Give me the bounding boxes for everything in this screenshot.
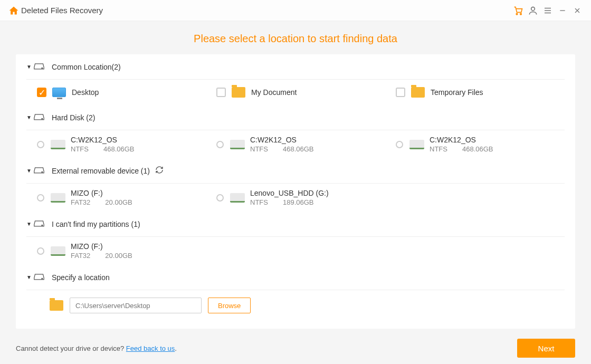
drive-fs: NTFS — [250, 145, 268, 153]
drive-name: MIZO (F:) — [71, 189, 132, 197]
path-input[interactable] — [70, 298, 202, 313]
drive-icon — [34, 112, 46, 123]
home-icon[interactable] — [6, 3, 21, 18]
svg-point-1 — [520, 13, 522, 14]
drive-item[interactable]: Lenovo_USB_HDD (G:) NTFS189.06GB — [216, 189, 385, 206]
drive-item[interactable]: MIZO (F:) FAT3220.00GB — [37, 189, 206, 206]
checkbox[interactable] — [396, 88, 405, 97]
svg-point-4 — [42, 118, 43, 119]
section-label: I can't find my partitions (1) — [52, 220, 140, 228]
drive-icon — [34, 62, 46, 72]
drive-fs: FAT32 — [71, 198, 90, 206]
drive-item[interactable]: C:W2K12_OS NTFS468.06GB — [216, 136, 385, 153]
window-title: Deleted Files Recovery — [21, 6, 103, 15]
drive-size: 20.00GB — [105, 198, 132, 206]
radio[interactable] — [216, 141, 224, 148]
svg-point-2 — [531, 7, 535, 11]
item-label: My Document — [251, 88, 297, 97]
drive-name: MIZO (F:) — [71, 242, 132, 251]
section-specify[interactable]: ▼ Specify a location — [26, 265, 565, 290]
hdd-icon — [51, 190, 65, 205]
drive-fs: NTFS — [71, 145, 89, 153]
cant-find-items: MIZO (F:) FAT3220.00GB — [26, 237, 565, 265]
footer: Cannot detect your drive or device? Feed… — [0, 332, 591, 364]
section-label: Specify a location — [52, 273, 110, 282]
radio[interactable] — [216, 194, 224, 202]
section-label: External removable device (1) — [52, 167, 150, 175]
drive-fs: NTFS — [430, 145, 447, 153]
chevron-down-icon: ▼ — [26, 274, 34, 280]
drive-size: 468.06GB — [462, 145, 493, 153]
checkbox[interactable]: ✓ — [37, 88, 46, 97]
section-label: Hard Disk (2) — [52, 113, 95, 122]
section-common-location[interactable]: ▼ Common Location(2) — [26, 54, 565, 80]
drive-icon — [34, 272, 46, 283]
section-hard-disk[interactable]: ▼ Hard Disk (2) — [26, 105, 565, 130]
drive-size: 468.06GB — [103, 145, 135, 153]
drive-fs: FAT32 — [71, 252, 90, 260]
specify-row: Browse — [26, 290, 565, 321]
chevron-down-icon: ▼ — [26, 114, 34, 120]
close-icon[interactable] — [570, 3, 585, 18]
item-label: Desktop — [72, 88, 99, 97]
location-panel: ▼ Common Location(2) ✓ Desktop My Docume… — [16, 54, 575, 329]
drive-fs: NTFS — [250, 198, 268, 206]
page-subtitle: Please select a location to start findin… — [0, 21, 591, 54]
folder-icon — [231, 85, 246, 100]
svg-point-7 — [42, 278, 43, 279]
footer-prefix: Cannot detect your drive or device? — [16, 344, 126, 352]
drive-icon — [34, 219, 46, 229]
item-label: Temporary Files — [431, 88, 483, 97]
radio[interactable] — [396, 141, 403, 148]
radio[interactable] — [37, 141, 44, 148]
chevron-down-icon: ▼ — [26, 64, 34, 70]
drive-size: 20.00GB — [105, 252, 132, 260]
drive-name: Lenovo_USB_HDD (G:) — [250, 189, 329, 197]
chevron-down-icon: ▼ — [26, 168, 34, 174]
footer-suffix: . — [175, 344, 177, 352]
drive-item[interactable]: C:W2K12_OS NTFS468.06GB — [396, 136, 565, 153]
location-item-my-document[interactable]: My Document — [216, 85, 385, 100]
svg-point-0 — [516, 13, 518, 14]
location-item-temporary-files[interactable]: Temporary Files — [396, 85, 565, 100]
svg-point-3 — [42, 68, 43, 69]
refresh-icon[interactable] — [155, 166, 164, 176]
drive-icon — [34, 166, 46, 176]
next-button[interactable]: Next — [517, 339, 575, 358]
radio[interactable] — [37, 194, 44, 202]
drive-item[interactable]: MIZO (F:) FAT3220.00GB — [37, 242, 206, 260]
section-external[interactable]: ▼ External removable device (1) — [26, 158, 565, 184]
footer-message: Cannot detect your drive or device? Feed… — [16, 344, 177, 352]
radio[interactable] — [37, 247, 44, 255]
svg-point-5 — [42, 171, 43, 173]
external-items: MIZO (F:) FAT3220.00GB Lenovo_USB_HDD (G… — [26, 184, 565, 212]
cart-icon[interactable] — [511, 3, 526, 18]
folder-icon — [411, 85, 425, 100]
folder-icon — [50, 300, 63, 311]
titlebar: Deleted Files Recovery — [0, 0, 591, 21]
hdd-icon — [230, 190, 245, 205]
browse-button[interactable]: Browse — [208, 298, 251, 313]
hdd-icon — [51, 137, 65, 152]
user-icon[interactable] — [526, 3, 540, 18]
svg-point-6 — [42, 225, 43, 226]
drive-name: C:W2K12_OS — [71, 136, 135, 144]
monitor-icon — [52, 85, 66, 100]
hdd-icon — [51, 244, 65, 258]
section-label: Common Location(2) — [52, 63, 121, 71]
hdd-icon — [230, 137, 245, 152]
minimize-icon[interactable] — [555, 3, 570, 18]
checkbox[interactable] — [216, 88, 226, 97]
location-item-desktop[interactable]: ✓ Desktop — [37, 85, 206, 100]
drive-size: 189.06GB — [283, 198, 314, 206]
hdd-icon — [409, 137, 424, 152]
common-items: ✓ Desktop My Document Temporary Files — [26, 80, 565, 105]
menu-icon[interactable] — [540, 3, 555, 18]
chevron-down-icon: ▼ — [26, 221, 34, 227]
drive-item[interactable]: C:W2K12_OS NTFS468.06GB — [37, 136, 206, 153]
drive-name: C:W2K12_OS — [430, 136, 493, 144]
feedback-link[interactable]: Feed back to us — [126, 344, 175, 352]
hard-disk-items: C:W2K12_OS NTFS468.06GB C:W2K12_OS NTFS4… — [26, 130, 565, 158]
section-cant-find[interactable]: ▼ I can't find my partitions (1) — [26, 212, 565, 237]
drive-name: C:W2K12_OS — [250, 136, 314, 144]
